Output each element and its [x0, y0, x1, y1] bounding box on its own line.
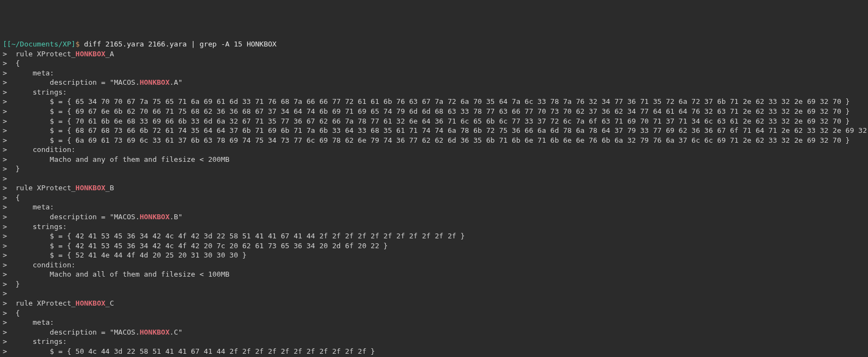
diff-marker: > — [3, 328, 7, 336]
diff-marker: > — [3, 117, 7, 125]
diff-marker: > — [3, 165, 7, 173]
grep-match: HONKBOX — [75, 299, 105, 307]
diff-marker: > — [3, 337, 7, 346]
output-text: $ = { 42 41 53 45 36 34 42 4c 4f 42 3d 2… — [7, 232, 465, 240]
diff-marker: > — [3, 78, 7, 86]
output-line: > description = "MACOS.HONKBOX.B" — [3, 212, 865, 222]
diff-marker: > — [3, 136, 7, 144]
diff-marker: > — [3, 194, 7, 202]
diff-marker: > — [3, 347, 7, 355]
output-line: > condition: — [3, 260, 865, 270]
diff-marker: > — [3, 107, 7, 115]
output-line: > { — [3, 308, 865, 318]
grep-match: HONKBOX — [75, 184, 105, 192]
output-line: > $ = { 6a 69 61 73 69 6c 33 61 37 6b 63… — [3, 136, 865, 145]
diff-marker: > — [3, 299, 7, 307]
prompt-path: ~/Documents/XP — [11, 40, 72, 48]
prompt-dollar: $ — [75, 40, 84, 48]
prompt-line: [[~/Documents/XP]$ diff 2165.yara 2166.y… — [3, 39, 865, 49]
output-text: meta: — [7, 203, 54, 211]
output-text: rule XProtect_ — [7, 184, 75, 192]
output-line: > $ = { 42 41 53 45 36 34 42 4c 4f 42 20… — [3, 241, 865, 251]
output-text: $ = { 68 67 68 73 66 6b 72 61 74 35 64 6… — [7, 126, 868, 134]
output-text: meta: — [7, 69, 54, 77]
grep-match: HONKBOX — [139, 328, 169, 336]
diff-marker: > — [3, 223, 7, 231]
diff-marker: > — [3, 280, 7, 288]
output-text: $ = { 50 4c 44 3d 22 58 51 41 41 67 41 4… — [7, 347, 375, 355]
output-text: description = "MACOS. — [7, 78, 140, 86]
output-line: > meta: — [3, 318, 865, 327]
command-text: diff 2165.yara 2166.yara | grep -A 15 HO… — [84, 40, 277, 48]
output-text: strings: — [7, 88, 67, 96]
diff-marker: > — [3, 59, 7, 67]
diff-marker: > — [3, 155, 7, 163]
diff-marker: > — [3, 69, 7, 77]
output-text: condition: — [7, 261, 75, 269]
diff-marker: > — [3, 318, 7, 326]
output-text: strings: — [7, 223, 67, 231]
output-line: > meta: — [3, 68, 865, 78]
output-line: > } — [3, 279, 865, 289]
diff-marker: > — [3, 203, 7, 211]
diff-marker: > — [3, 270, 7, 278]
diff-marker: > — [3, 126, 7, 134]
output-text: Macho and all of them and filesize < 100… — [7, 270, 230, 278]
diff-marker: > — [3, 242, 7, 250]
output-text: _A — [105, 50, 114, 58]
output-text: $ = { 6a 69 61 73 69 6c 33 61 37 6b 63 7… — [7, 136, 850, 144]
diff-marker: > — [3, 232, 7, 240]
output-line: > $ = { 50 4c 44 3d 22 58 51 41 41 67 41… — [3, 347, 865, 356]
diff-marker: > — [3, 145, 7, 154]
output-line: > { — [3, 193, 865, 203]
output-text: .A" — [169, 78, 182, 86]
output-text: Macho and any of them and filesize < 200… — [7, 155, 230, 163]
diff-marker: > — [3, 184, 7, 192]
output-text: { — [7, 194, 20, 202]
output-text: condition: — [7, 145, 75, 154]
output-line: > meta: — [3, 202, 865, 212]
output-text: rule XProtect_ — [7, 299, 75, 307]
diff-marker: > — [3, 251, 7, 259]
output-line: > $ = { 65 34 70 70 67 7a 75 65 71 6a 69… — [3, 97, 865, 107]
output-line: > — [3, 289, 865, 299]
output-line: > rule XProtect_HONKBOX_C — [3, 299, 865, 308]
diff-marker: > — [3, 213, 7, 221]
output-line: > strings: — [3, 87, 865, 97]
output-line: > } — [3, 164, 865, 174]
terminal-output[interactable]: [[~/Documents/XP]$ diff 2165.yara 2166.y… — [3, 39, 865, 357]
output-text: $ = { 69 67 6e 6b 62 70 66 71 75 68 62 3… — [7, 107, 850, 115]
grep-match: HONKBOX — [75, 50, 105, 58]
output-line: > strings: — [3, 337, 865, 347]
grep-match: HONKBOX — [139, 213, 169, 221]
output-line: > $ = { 68 67 68 73 66 6b 72 61 74 35 64… — [3, 126, 865, 136]
output-text: _C — [105, 299, 114, 307]
output-text: } — [7, 280, 20, 288]
output-line: > $ = { 52 41 4e 44 4f 4d 20 25 20 31 30… — [3, 250, 865, 260]
output-text: $ = { 42 41 53 45 36 34 42 4c 4f 42 20 7… — [7, 242, 388, 250]
output-text: description = "MACOS. — [7, 213, 140, 221]
output-line: > rule XProtect_HONKBOX_A — [3, 49, 865, 59]
output-text: $ = { 52 41 4e 44 4f 4d 20 25 20 31 30 3… — [7, 251, 247, 259]
diff-marker: > — [3, 261, 7, 269]
output-text: .B" — [169, 213, 182, 221]
output-line: > — [3, 174, 865, 184]
diff-marker: > — [3, 50, 7, 58]
output-line: > Macho and all of them and filesize < 1… — [3, 270, 865, 279]
prompt-bracket-close: ] — [71, 40, 75, 48]
output-line: > Macho and any of them and filesize < 2… — [3, 155, 865, 165]
output-line: > description = "MACOS.HONKBOX.A" — [3, 78, 865, 87]
output-line: > rule XProtect_HONKBOX_B — [3, 183, 865, 193]
output-text: .C" — [169, 328, 182, 336]
output-line: > $ = { 69 67 6e 6b 62 70 66 71 75 68 62… — [3, 107, 865, 116]
grep-match: HONKBOX — [139, 78, 169, 86]
diff-marker: > — [3, 289, 7, 297]
output-line: > condition: — [3, 145, 865, 155]
output-text: $ = { 70 61 6b 6e 68 33 69 66 6b 33 6d 6… — [7, 117, 850, 125]
diff-marker: > — [3, 174, 7, 183]
output-text: strings: — [7, 337, 67, 346]
prompt-bracket-open: [[ — [3, 40, 11, 48]
output-line: > strings: — [3, 222, 865, 232]
output-line: > { — [3, 58, 865, 68]
output-text: { — [7, 59, 20, 67]
